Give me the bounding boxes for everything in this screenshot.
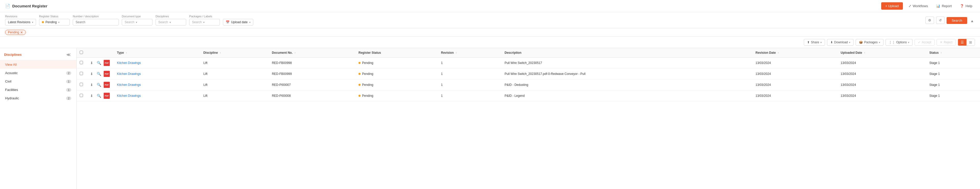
- revisions-select[interactable]: Latest Revisions ▾: [5, 19, 36, 25]
- disciplines-select[interactable]: Search ▾: [156, 19, 186, 25]
- row-uploaded-date: 13/03/2024: [837, 90, 926, 101]
- sidebar-item-hydraulic[interactable]: Hydraulic2: [0, 94, 76, 102]
- uploaded-date-header[interactable]: Uploaded Date ↑: [837, 48, 926, 58]
- collapse-filters-button[interactable]: ▲: [969, 18, 975, 24]
- grid-view-button[interactable]: ⊞: [966, 39, 975, 46]
- share-chevron-icon: ▾: [821, 41, 822, 44]
- register-status-filter-group: Register Status Pending ▾: [39, 15, 70, 25]
- row-action-buttons: ⬇ 🔍 PDF: [89, 82, 111, 88]
- row-checkbox-2[interactable]: [80, 83, 83, 86]
- accept-button[interactable]: ✓ Accept: [915, 39, 935, 46]
- sidebar-title: Disciplines: [4, 53, 22, 57]
- revisions-chevron-icon: ▾: [32, 21, 33, 24]
- filter-actions: ⚙ ↺ Search ▲: [925, 17, 975, 24]
- row-download-button[interactable]: ⬇: [89, 60, 94, 65]
- packages-labels-select[interactable]: Search ▾: [189, 19, 220, 25]
- sidebar-item-label: Acoustic: [5, 71, 18, 75]
- report-label: Report: [942, 4, 951, 8]
- row-search-button[interactable]: 🔍: [96, 60, 102, 65]
- register-status-select[interactable]: Pending ▾: [39, 19, 70, 25]
- sidebar-item-civil[interactable]: Civil1: [0, 77, 76, 86]
- select-all-checkbox[interactable]: [80, 51, 83, 54]
- pending-filter-tag[interactable]: Pending ✕: [5, 30, 26, 35]
- reject-button[interactable]: ✕ Reject: [937, 39, 956, 46]
- row-checkbox-3[interactable]: [80, 94, 83, 97]
- sidebar-header: Disciplines ≪: [0, 48, 76, 60]
- download-chevron-icon: ▾: [849, 41, 850, 44]
- share-button[interactable]: ⬆ Share ▾: [804, 39, 825, 46]
- row-checkbox-0[interactable]: [80, 61, 83, 64]
- row-revision: 1: [438, 90, 501, 101]
- row-revision-date: 13/03/2024: [752, 69, 838, 79]
- type-header[interactable]: Type ↑: [114, 48, 200, 58]
- help-button[interactable]: ❓ Help: [957, 3, 975, 9]
- help-label: Help: [966, 4, 972, 8]
- table-toolbar: ⬆ Share ▾ ⬇ Download ▾ 📦 Packages ▾ ⋮⋮ O…: [0, 37, 980, 48]
- pending-tag-close-icon[interactable]: ✕: [20, 31, 23, 34]
- register-status-value: Pending: [45, 20, 57, 24]
- status-value: Pending: [362, 61, 373, 65]
- sidebar-item-view-all[interactable]: View All: [0, 60, 76, 69]
- row-revision-date: 13/03/2024: [752, 58, 838, 69]
- row-action-buttons: ⬇ 🔍 PDF: [89, 60, 111, 66]
- sidebar-item-label: Civil: [5, 79, 11, 83]
- revision-date-header[interactable]: Revision Date ↑: [752, 48, 838, 58]
- search-label: Search: [951, 19, 962, 22]
- search-button[interactable]: Search: [947, 17, 967, 24]
- row-checkbox-cell[interactable]: [76, 79, 86, 90]
- document-type-filter-group: Document type Search ▾: [122, 15, 153, 25]
- report-button[interactable]: 📊 Report: [934, 3, 954, 9]
- row-search-button[interactable]: 🔍: [96, 71, 102, 76]
- doc-no-header[interactable]: Document No. ↑: [269, 48, 355, 58]
- options-button[interactable]: ⋮⋮ Options ▾: [886, 39, 913, 46]
- more-icon: ⋮⋮: [889, 41, 895, 44]
- grid-icon: ⊞: [969, 40, 972, 44]
- filter-reset-button[interactable]: ↺: [936, 17, 945, 24]
- row-search-button[interactable]: 🔍: [96, 82, 102, 87]
- type-link[interactable]: Kitchen Drawings: [117, 94, 141, 98]
- workflows-label: Workflows: [913, 4, 928, 8]
- document-type-select[interactable]: Search ▾: [122, 19, 153, 25]
- status-dot: [358, 84, 361, 86]
- list-icon: ☰: [961, 40, 964, 44]
- row-download-button[interactable]: ⬇: [89, 71, 94, 76]
- discipline-sort-icon: ↑: [220, 52, 221, 54]
- row-actions-cell: ⬇ 🔍 PDF: [86, 58, 114, 69]
- status-header[interactable]: Status ↑: [926, 48, 980, 58]
- row-checkbox-cell[interactable]: [76, 58, 86, 69]
- upload-date-button[interactable]: 📅 Upload date ▾: [223, 19, 253, 25]
- type-link[interactable]: Kitchen Drawings: [117, 72, 141, 76]
- options-chevron-icon: ▾: [908, 41, 909, 44]
- upload-button[interactable]: + Upload: [881, 2, 903, 10]
- row-download-button[interactable]: ⬇: [89, 82, 94, 87]
- type-link[interactable]: Kitchen Drawings: [117, 83, 141, 87]
- revision-header[interactable]: Revision ↑: [438, 48, 501, 58]
- packages-label: Packages: [864, 41, 878, 44]
- options-label: Options: [896, 41, 907, 44]
- type-link[interactable]: Kitchen Drawings: [117, 61, 141, 65]
- row-checkbox-cell[interactable]: [76, 90, 86, 101]
- row-uploaded-date: 13/03/2024: [837, 58, 926, 69]
- row-description: Pull Wire Switch_20230517.pdf-0-Redwave …: [501, 69, 752, 79]
- download-button[interactable]: ⬇ Download ▾: [827, 39, 854, 46]
- x-icon: ✕: [940, 41, 942, 44]
- discipline-header[interactable]: Discipline ↑: [200, 48, 269, 58]
- row-download-button[interactable]: ⬇: [89, 93, 94, 98]
- row-revision-date: 13/03/2024: [752, 90, 838, 101]
- row-status: Stage 1: [926, 79, 980, 90]
- list-view-button[interactable]: ☰: [958, 39, 966, 46]
- row-checkbox-1[interactable]: [80, 72, 83, 75]
- register-status-header: Register Status: [355, 48, 438, 58]
- sidebar-item-badge: 1: [66, 80, 71, 83]
- sidebar-collapse-button[interactable]: ≪: [65, 52, 72, 58]
- sidebar-item-facilities[interactable]: Facilities1: [0, 86, 76, 94]
- workflows-button[interactable]: ⤢ Workflows: [906, 3, 931, 9]
- upload-date-chevron-icon: ▾: [249, 21, 250, 24]
- row-register-status: Pending: [355, 79, 438, 90]
- row-search-button[interactable]: 🔍: [96, 93, 102, 98]
- row-checkbox-cell[interactable]: [76, 69, 86, 79]
- number-description-input[interactable]: [73, 19, 119, 25]
- packages-button[interactable]: 📦 Packages ▾: [856, 39, 883, 46]
- filter-options-button[interactable]: ⚙: [925, 17, 934, 24]
- sidebar-item-acoustic[interactable]: Acoustic2: [0, 69, 76, 77]
